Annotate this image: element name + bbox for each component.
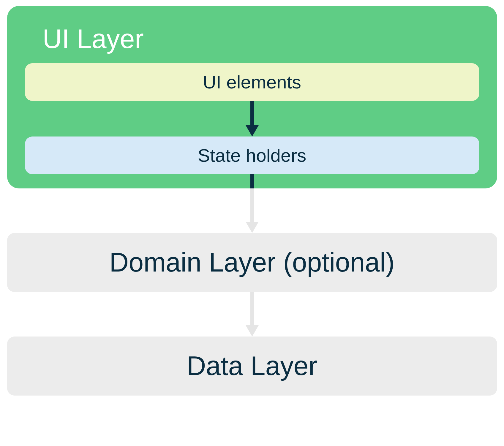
- ui-elements-box: UI elements: [25, 63, 479, 101]
- arrow-down-light-icon: [243, 188, 261, 233]
- arrow-down-icon: [25, 101, 479, 137]
- data-layer-box: Data Layer: [7, 337, 497, 396]
- state-holders-box: State holders: [25, 137, 479, 174]
- state-holders-label: State holders: [198, 145, 306, 166]
- arrow-down-partial-icon: [25, 174, 479, 188]
- ui-layer-container: UI Layer UI elements State holders: [7, 6, 497, 188]
- arrow-down-light-icon: [243, 292, 261, 337]
- ui-elements-label: UI elements: [203, 72, 301, 92]
- data-layer-label: Data Layer: [187, 351, 317, 381]
- domain-layer-box: Domain Layer (optional): [7, 233, 497, 292]
- svg-marker-4: [246, 222, 259, 233]
- svg-marker-1: [246, 125, 259, 137]
- domain-layer-label: Domain Layer (optional): [109, 247, 394, 277]
- ui-layer-title: UI Layer: [25, 18, 479, 63]
- svg-marker-6: [246, 325, 259, 337]
